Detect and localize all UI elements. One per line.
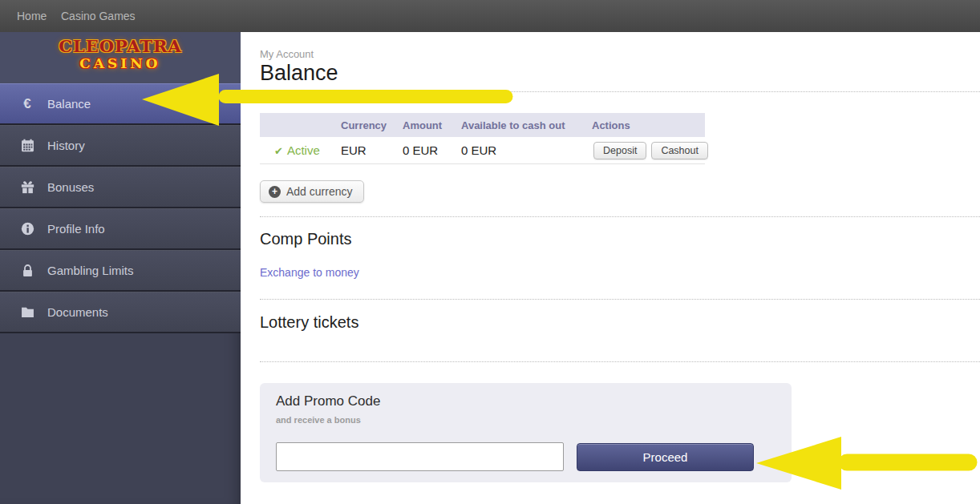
logo-text-casino: CASINO [0, 56, 241, 71]
add-currency-label: Add currency [286, 185, 352, 198]
lock-icon [19, 264, 35, 277]
sidebar-item-bonuses[interactable]: Bonuses [0, 167, 241, 208]
promo-title: Add Promo Code [276, 393, 380, 409]
check-icon: ✔ [274, 145, 283, 157]
nav-link-home[interactable]: Home [17, 0, 47, 32]
plus-icon: + [269, 186, 281, 198]
col-header-actions: Actions [592, 119, 705, 131]
status-badge: ✔Active [260, 143, 341, 157]
sidebar-item-label: Balance [47, 97, 91, 111]
col-header-available: Available to cash out [461, 119, 592, 131]
sidebar-item-label: Gambling Limits [47, 264, 134, 277]
lottery-tickets-title: Lottery tickets [260, 313, 358, 332]
sidebar-item-gambling-limits[interactable]: Gambling Limits [0, 250, 241, 292]
deposit-button[interactable]: Deposit [593, 142, 646, 159]
table-row: ✔Active EUR 0 EUR 0 EUR Deposit Cashout [260, 137, 705, 164]
info-icon [19, 222, 35, 236]
sidebar-item-label: Profile Info [47, 222, 105, 236]
balance-table: Currency Amount Available to cash out Ac… [260, 113, 705, 164]
page-title: Balance [260, 61, 338, 86]
row-actions: Deposit Cashout [592, 142, 705, 159]
cell-amount: 0 EUR [403, 143, 461, 157]
folder-icon [19, 305, 35, 319]
sidebar-item-documents[interactable]: Documents [0, 292, 241, 333]
casino-logo[interactable]: CLEOPATRA CASINO [0, 32, 241, 83]
sidebar-item-history[interactable]: History [0, 125, 241, 167]
sidebar-item-balance[interactable]: € Balance [0, 83, 241, 125]
gift-icon [19, 180, 35, 194]
balance-table-header: Currency Amount Available to cash out Ac… [260, 113, 705, 137]
promo-subtitle: and receive a bonus [276, 415, 361, 425]
calendar-icon [19, 139, 35, 152]
logo-text-cleopatra: CLEOPATRA [0, 37, 241, 56]
top-navigation-bar: Home Casino Games [0, 0, 980, 32]
sidebar-item-label: Documents [47, 305, 108, 319]
divider [260, 361, 980, 362]
exchange-to-money-link[interactable]: Exchange to money [260, 266, 359, 279]
cell-currency: EUR [341, 143, 403, 157]
cell-available: 0 EUR [461, 143, 592, 157]
sidebar-item-label: History [47, 139, 85, 152]
add-currency-button[interactable]: + Add currency [260, 180, 364, 203]
divider [260, 216, 980, 217]
breadcrumb: My Account [260, 48, 314, 60]
sidebar-menu: € Balance History Bonuses Profile Info [0, 83, 241, 333]
euro-icon: € [19, 96, 35, 112]
col-header-amount: Amount [403, 119, 461, 131]
col-header-currency: Currency [341, 119, 403, 131]
divider [260, 91, 980, 92]
status-label: Active [287, 143, 320, 157]
divider [260, 299, 980, 300]
main-content: My Account Balance Currency Amount Avail… [241, 32, 980, 504]
sidebar-item-profile-info[interactable]: Profile Info [0, 208, 241, 250]
cashout-button[interactable]: Cashout [651, 142, 708, 159]
comp-points-title: Comp Points [260, 230, 352, 248]
promo-code-input[interactable] [276, 442, 564, 471]
proceed-button[interactable]: Proceed [577, 443, 754, 471]
promo-code-panel: Add Promo Code and receive a bonus Proce… [260, 383, 792, 482]
nav-link-casino-games[interactable]: Casino Games [61, 0, 136, 32]
sidebar-item-label: Bonuses [47, 180, 94, 194]
sidebar: CLEOPATRA CASINO € Balance History Bonus… [0, 32, 241, 504]
